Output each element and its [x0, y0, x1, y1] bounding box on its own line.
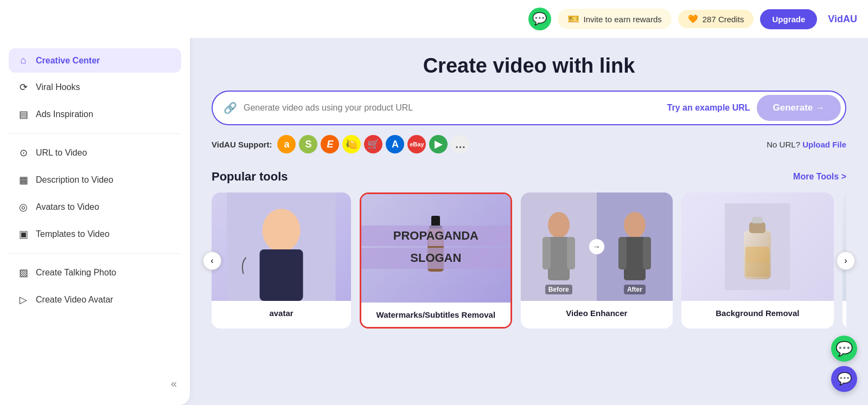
sidebar-item-create-video-avatar[interactable]: ▷ Create Video Avatar	[9, 287, 181, 312]
enhancer-card-image: Before → After	[521, 192, 673, 301]
floating-whatsapp-button[interactable]: 💬	[831, 336, 857, 362]
generate-label: Generate →	[773, 102, 825, 113]
link-icon: 🔗	[224, 101, 237, 114]
text-card-label: Text t	[843, 301, 846, 325]
propaganda-line2: SLOGAN	[361, 248, 510, 268]
svg-rect-10	[567, 237, 575, 269]
avatar-illustration	[212, 192, 351, 301]
perfume-bottle-svg	[725, 203, 790, 290]
svg-rect-9	[542, 237, 551, 269]
tool-card-watermarks-removal[interactable]: PROPAGANDA SLOGAN Watermarks/Subtitles R…	[360, 192, 512, 329]
etsy-icon[interactable]: E	[321, 135, 339, 153]
no-url-label: No URL?	[767, 140, 800, 149]
app-icon[interactable]: A	[386, 135, 404, 153]
svg-point-11	[624, 212, 646, 238]
upload-link-container: No URL? Upload File	[767, 140, 846, 149]
avatar-card-label: avatar	[212, 301, 351, 325]
upgrade-label: Upgrade	[772, 15, 805, 24]
svg-rect-18	[752, 217, 763, 223]
google-play-icon[interactable]: ▶	[429, 135, 448, 153]
credits-button[interactable]: 🧡 287 Credits	[678, 10, 754, 28]
invite-button[interactable]: 🎫 Invite to earn rewards	[558, 9, 672, 29]
sidebar-label-ads-inspiration: Ads Inspiration	[36, 110, 93, 119]
collapse-icon: «	[171, 377, 177, 390]
sidebar: VidAU | Studio ⌂ Creative Center ⟳ Viral…	[0, 0, 190, 405]
viral-hooks-icon: ⟳	[17, 81, 29, 93]
tools-section-title: Popular tools	[212, 170, 288, 184]
svg-rect-13	[618, 237, 627, 269]
support-icons: a S E 🍋 🛒 A eBay ▶ …	[277, 135, 469, 153]
try-example-link[interactable]: Try an example URL	[667, 103, 750, 113]
carousel-next-button[interactable]: ›	[837, 252, 855, 270]
enhancer-after: After	[597, 192, 673, 301]
svg-point-7	[548, 212, 570, 238]
top-header: 💬 🎫 Invite to earn rewards 🧡 287 Credits…	[0, 0, 868, 38]
sidebar-collapse-button[interactable]: «	[9, 373, 181, 394]
aliexpress-icon[interactable]: 🍋	[342, 135, 361, 153]
propaganda-overlay: PROPAGANDA SLOGAN	[361, 224, 510, 271]
enhancer-card-label: Video Enhancer	[521, 301, 673, 325]
sidebar-label-description-to-video: Description to Video	[36, 175, 113, 185]
upgrade-button[interactable]: Upgrade	[760, 9, 817, 29]
sidebar-item-templates-to-video[interactable]: ▣ Templates to Video	[9, 222, 181, 247]
watermarks-card-label: Watermarks/Subtitles Removal	[361, 303, 510, 327]
sidebar-item-avatars-to-video[interactable]: ◎ Avatars to Video	[9, 195, 181, 220]
avatar-card-image	[212, 192, 351, 301]
amazon-icon[interactable]: a	[277, 135, 296, 153]
before-person	[537, 209, 580, 285]
floating-chat-button[interactable]: 💬	[831, 366, 857, 392]
shopify-icon[interactable]: S	[299, 135, 317, 153]
tool-card-avatar[interactable]: avatar	[212, 192, 351, 329]
templates-icon: ▣	[17, 228, 29, 240]
url-input-container: 🔗 Try an example URL Generate →	[212, 91, 846, 125]
whatsapp-icon: 💬	[532, 12, 547, 26]
svg-rect-17	[749, 222, 765, 233]
sidebar-item-create-talking-photo[interactable]: ▨ Create Talking Photo	[9, 260, 181, 285]
sidebar-label-viral-hooks: Viral Hooks	[36, 82, 80, 92]
sidebar-item-ads-inspiration[interactable]: ▤ Ads Inspiration	[9, 102, 181, 127]
tool-card-video-enhancer[interactable]: Before → After	[521, 192, 673, 329]
svg-rect-2	[260, 249, 303, 301]
ebay-icon[interactable]: eBay	[407, 135, 426, 153]
talking-photo-icon: ▨	[17, 267, 29, 279]
header-whatsapp-button[interactable]: 💬	[528, 8, 551, 30]
avatars-icon: ◎	[17, 201, 29, 213]
carousel-prev-button[interactable]: ‹	[203, 252, 221, 270]
support-label: VidAU Support:	[212, 140, 272, 149]
propaganda-line1: PROPAGANDA	[361, 226, 510, 246]
enhancer-before: Before	[521, 192, 597, 301]
svg-rect-14	[643, 237, 651, 269]
upload-file-link[interactable]: Upload File	[802, 140, 846, 149]
generate-button[interactable]: Generate →	[757, 95, 841, 121]
tool-card-background-removal[interactable]: Background Removal	[681, 192, 834, 329]
sidebar-item-viral-hooks[interactable]: ⟳ Viral Hooks	[9, 75, 181, 100]
after-person	[613, 209, 656, 285]
more-platforms-icon[interactable]: …	[451, 135, 469, 153]
enhancer-split: Before → After	[521, 192, 673, 301]
ads-icon: ▤	[17, 108, 29, 120]
sidebar-divider-2	[9, 253, 181, 254]
svg-rect-12	[624, 237, 646, 280]
sidebar-label-url-to-video: URL to Video	[36, 148, 87, 158]
shopee-icon[interactable]: 🛒	[364, 135, 382, 153]
sidebar-item-url-to-video[interactable]: ⊙ URL to Video	[9, 140, 181, 165]
watermark-card-image: PROPAGANDA SLOGAN	[361, 194, 510, 303]
support-bar: VidAU Support: a S E 🍋 🛒 A eBay ▶ … No U…	[212, 135, 846, 153]
background-card-image	[681, 192, 834, 301]
tools-header: Popular tools More Tools >	[212, 170, 846, 184]
sidebar-divider-1	[9, 133, 181, 134]
sidebar-item-description-to-video[interactable]: ▦ Description to Video	[9, 168, 181, 192]
svg-rect-8	[548, 237, 570, 280]
tools-carousel-wrapper: ‹ avatar	[212, 192, 846, 329]
video-avatar-icon: ▷	[17, 294, 29, 306]
main-content: Create video with link 🔗 Try an example …	[190, 0, 868, 405]
invite-label: Invite to earn rewards	[584, 15, 662, 24]
tools-carousel: avatar PROPAGANDA	[212, 192, 846, 329]
sidebar-label-create-video-avatar: Create Video Avatar	[36, 295, 113, 305]
background-removal-label: Background Removal	[681, 301, 834, 325]
url-input[interactable]	[244, 103, 661, 113]
more-tools-link[interactable]: More Tools >	[793, 172, 846, 182]
sidebar-item-creative-center[interactable]: ⌂ Creative Center	[9, 48, 181, 73]
floating-chat-icon: 💬	[837, 372, 852, 386]
header-logo: VidAU	[828, 14, 857, 25]
